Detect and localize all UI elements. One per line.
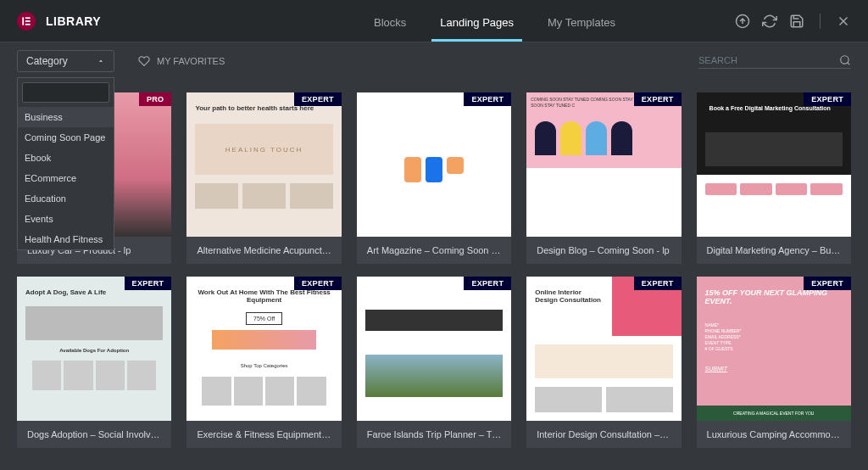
category-label: Category <box>26 55 68 67</box>
pro-badge: PRO <box>139 92 171 106</box>
category-item-ebook[interactable]: Ebook <box>18 148 114 168</box>
expert-badge: EXPERT <box>464 277 511 290</box>
template-card[interactable]: COMING SOON STAY TUNED COMING SOON STAY … <box>526 92 681 264</box>
template-title: Dogs Adoption – Social Involveme... <box>17 421 171 448</box>
tab-my-templates[interactable]: My Templates <box>539 16 624 42</box>
category-trigger[interactable]: Category <box>17 50 114 72</box>
svg-rect-1 <box>25 17 31 19</box>
search-container <box>698 54 851 69</box>
category-item-education[interactable]: Education <box>18 188 114 209</box>
template-card[interactable]: Work Out At Home With The Best Fitness E… <box>186 277 341 448</box>
chevron-up-icon <box>97 57 105 65</box>
header-tabs: Blocks Landing Pages My Templates <box>254 8 735 34</box>
library-title: LIBRARY <box>46 14 101 28</box>
template-card[interactable]: 15% OFF YOUR NEXT GLAMPING EVENT.NAME* P… <box>697 277 851 448</box>
my-favorites-button[interactable]: MY FAVORITES <box>138 55 225 67</box>
svg-rect-0 <box>22 17 24 25</box>
svg-point-7 <box>841 55 849 63</box>
category-item-coming-soon[interactable]: Coming Soon Page <box>18 127 114 148</box>
template-card[interactable]: Your path to better health starts hereHE… <box>186 92 341 264</box>
category-search-input[interactable] <box>22 82 109 103</box>
category-item-business[interactable]: Business <box>18 107 114 127</box>
logo-section: LIBRARY <box>17 12 254 31</box>
close-icon[interactable] <box>836 14 851 29</box>
divider <box>820 14 821 29</box>
category-item-events[interactable]: Events <box>18 209 114 229</box>
template-card[interactable]: Online Interior Design ConsultationEXPER… <box>526 277 681 448</box>
category-item-ecommerce[interactable]: ECommerce <box>18 168 114 188</box>
svg-rect-2 <box>25 20 31 22</box>
template-title: Art Magazine – Coming Soon - lp <box>357 237 511 264</box>
category-dropdown-menu: Business Coming Soon Page Ebook ECommerc… <box>17 77 114 250</box>
elementor-logo-icon <box>17 12 36 31</box>
save-icon[interactable] <box>789 14 804 29</box>
expert-badge: EXPERT <box>804 277 851 290</box>
template-title: Luxurious Camping Accommodati... <box>697 421 851 448</box>
favorites-label: MY FAVORITES <box>157 56 225 66</box>
category-item-health[interactable]: Health And Fitness <box>18 229 114 249</box>
template-title: Digital Marketing Agency – Busine... <box>697 237 851 264</box>
search-icon <box>839 54 851 66</box>
library-header: LIBRARY Blocks Landing Pages My Template… <box>0 0 868 42</box>
svg-line-8 <box>848 62 850 64</box>
template-grid-row1: PRO Luxury Car – Product - lp Your path … <box>0 80 868 277</box>
template-title: Exercise & Fitness Equipment – e... <box>186 421 341 448</box>
svg-rect-3 <box>25 23 31 25</box>
search-input[interactable] <box>698 55 831 65</box>
heart-icon <box>138 55 150 67</box>
expert-badge: EXPERT <box>634 92 682 106</box>
template-card[interactable]: FAROE ISLANDSPLANNING YOUR DREAM TRIP?EX… <box>357 277 511 448</box>
header-actions <box>735 14 851 29</box>
expert-badge: EXPERT <box>294 277 342 290</box>
category-dropdown: Category Business Coming Soon Page Ebook… <box>17 50 114 72</box>
template-title: Alternative Medicine Acupuncture ... <box>186 237 341 264</box>
template-card[interactable]: Coming SoonEXPERT Art Magazine – Coming … <box>357 92 511 264</box>
expert-badge: EXPERT <box>294 92 342 106</box>
template-card[interactable]: Book a Free Digital Marketing Consultati… <box>697 92 851 264</box>
tab-blocks[interactable]: Blocks <box>365 16 415 42</box>
upload-icon[interactable] <box>735 14 750 29</box>
sync-icon[interactable] <box>762 14 777 29</box>
expert-badge: EXPERT <box>634 277 682 290</box>
template-title: Interior Design Consultation – Onli... <box>526 421 681 448</box>
toolbar: Category Business Coming Soon Page Ebook… <box>0 42 868 80</box>
template-title: Design Blog – Coming Soon - lp <box>526 237 681 264</box>
template-card[interactable]: Adopt A Dog, Save A LifeAvailable Dogs F… <box>17 277 171 448</box>
expert-badge: EXPERT <box>125 277 172 290</box>
template-title: Faroe Islands Trip Planner – Travel... <box>357 421 511 448</box>
template-grid-row2: Adopt A Dog, Save A LifeAvailable Dogs F… <box>0 277 868 461</box>
expert-badge: EXPERT <box>804 92 851 106</box>
tab-landing-pages[interactable]: Landing Pages <box>431 16 522 42</box>
expert-badge: EXPERT <box>464 92 511 106</box>
